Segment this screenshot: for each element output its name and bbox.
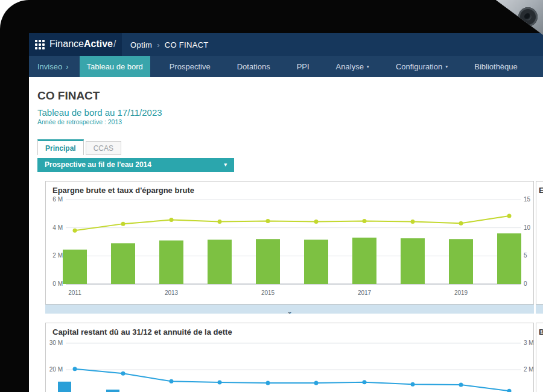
page-content: CO FINACT Tableau de bord au 17/11/2023 …: [29, 77, 543, 392]
capital-restant-chart: 30 M3 M20 M2 M: [46, 323, 533, 392]
breadcrumb-page: CO FINACT: [165, 40, 209, 49]
logo-active: Active: [84, 39, 113, 49]
partial-title: B: [539, 327, 543, 337]
retrospective-year-note: Année de retrospective : 2013: [37, 118, 122, 125]
svg-text:10: 10: [524, 224, 531, 231]
svg-text:30 M: 30 M: [49, 340, 63, 346]
main-nav: Inviseo › Tableau de bordProspectiveDota…: [29, 56, 543, 77]
logo-slash: /: [113, 39, 116, 49]
nav-item-configuration[interactable]: Configuration▾: [389, 56, 455, 77]
epargne-brute-chart: 6 M154 M102 M50 M020112013201520172019: [46, 182, 533, 303]
nav-item-label: Configuration: [396, 62, 442, 71]
svg-text:3 M: 3 M: [524, 340, 533, 346]
nav-item-label: Prospective: [170, 62, 211, 71]
nav-item-tableau-de-bord[interactable]: Tableau de bord: [80, 56, 150, 77]
svg-text:2 M: 2 M: [52, 252, 63, 259]
expand-strip-partial[interactable]: [536, 305, 543, 314]
right-panel-partial-bottom: B: [536, 323, 543, 392]
nav-item-analyse[interactable]: Analyse▾: [329, 56, 376, 77]
finance-active-logo[interactable]: FinanceActive/: [49, 39, 116, 49]
nav-item-label: Tableau de bord: [87, 62, 143, 71]
svg-text:0 M: 0 M: [52, 280, 63, 287]
chevron-right-icon: ›: [66, 62, 68, 71]
svg-text:20 M: 20 M: [49, 366, 63, 373]
svg-text:0: 0: [524, 280, 527, 287]
svg-text:2011: 2011: [68, 289, 81, 296]
nav-item-bibliotheque[interactable]: Bibliothèque: [467, 56, 525, 77]
partial-title: E: [539, 186, 543, 195]
nav-item-inviseo[interactable]: Inviseo ›: [29, 56, 74, 77]
nav-item-prospective[interactable]: Prospective: [162, 56, 218, 77]
apps-grid-icon[interactable]: [35, 40, 45, 49]
nav-item-ppi[interactable]: PPI: [290, 56, 317, 77]
nav-inviseo-label: Inviseo: [37, 62, 62, 71]
chevron-down-icon: ▾: [367, 64, 369, 69]
svg-text:2015: 2015: [261, 289, 275, 296]
right-panel-partial-top: E: [536, 181, 543, 305]
expand-strip[interactable]: ⌄: [45, 305, 534, 314]
breadcrumb-app[interactable]: Optim: [130, 40, 152, 49]
nav-item-label: Dotations: [237, 62, 270, 71]
nav-item-label: Analyse: [336, 62, 364, 71]
chevron-down-icon: ▾: [224, 158, 227, 172]
chart-panel-capital-restant: Capital restant dû au 31/12 et annuité d…: [45, 323, 534, 392]
app-screen: FinanceActive/ Optim › CO FINACT Inviseo…: [29, 33, 543, 392]
tabs: PrincipalCCAS: [37, 139, 121, 155]
page-subtitle: Tableau de bord au 17/11/2023: [37, 107, 162, 118]
svg-text:5: 5: [524, 252, 527, 259]
chevron-down-icon: ⌄: [287, 308, 292, 315]
app-header: FinanceActive/ Optim › CO FINACT: [29, 33, 543, 56]
main-nav-items: Tableau de bordProspectiveDotationsPPIAn…: [74, 56, 543, 77]
logo-finance: Finance: [49, 39, 84, 49]
scenario-dropdown-value: Prospective au fil de l'eau 2014: [45, 160, 151, 169]
svg-text:4 M: 4 M: [52, 224, 63, 231]
svg-text:2017: 2017: [358, 289, 372, 296]
breadcrumb-separator-icon: ›: [157, 40, 160, 49]
logo-block: FinanceActive/: [29, 33, 122, 56]
nav-item-dotations[interactable]: Dotations: [230, 56, 278, 77]
tab-principal[interactable]: Principal: [37, 139, 84, 155]
breadcrumb: Optim › CO FINACT: [130, 33, 209, 56]
camera-lens-icon: [524, 13, 532, 21]
chevron-down-icon: ▾: [445, 64, 448, 69]
svg-text:15: 15: [524, 196, 531, 203]
chart-panel-epargne-brute: Epargne brute et taux d'épargne brute 6 …: [45, 181, 534, 305]
nav-item-label: PPI: [297, 62, 310, 71]
scenario-dropdown[interactable]: Prospective au fil de l'eau 2014 ▾: [37, 158, 234, 172]
nav-item-outils[interactable]: Outils: [537, 56, 543, 77]
svg-text:2013: 2013: [165, 289, 179, 296]
page-title: CO FINACT: [37, 89, 100, 103]
nav-item-label: Bibliothèque: [474, 62, 518, 71]
svg-text:2 M: 2 M: [524, 366, 533, 373]
tab-ccas[interactable]: CCAS: [86, 141, 121, 155]
svg-text:2019: 2019: [454, 289, 468, 296]
svg-text:6 M: 6 M: [52, 196, 63, 203]
